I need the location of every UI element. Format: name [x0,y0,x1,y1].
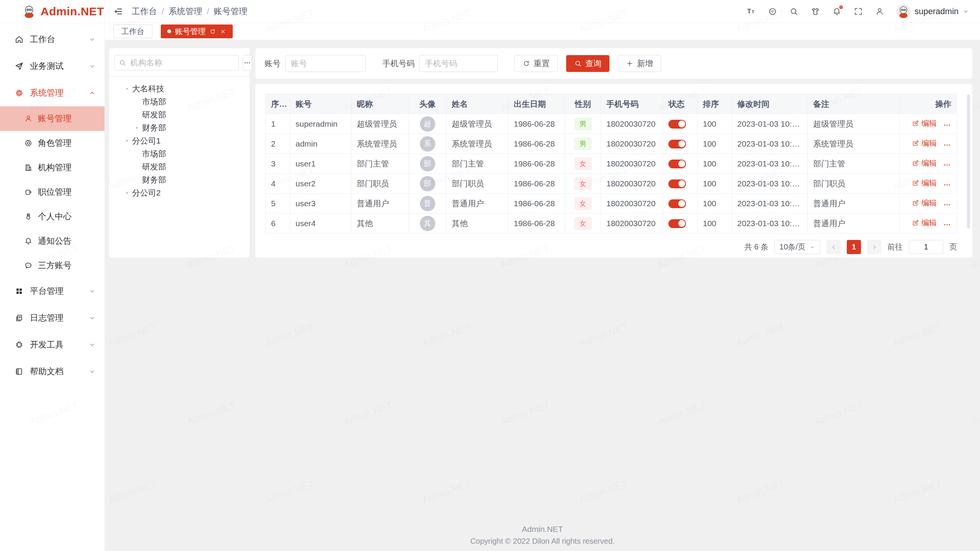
notification-icon[interactable] [832,7,842,16]
user-menu[interactable]: superadmin [896,4,969,19]
sidebar-item-5[interactable]: 日志管理 [0,305,105,331]
birth-cell: 1986-06-28 [508,214,565,233]
tree-arrow-placeholder [134,163,140,170]
more-actions-button[interactable] [943,181,951,189]
tree-more-button[interactable] [243,55,252,70]
triangle-down-icon[interactable] [124,137,131,144]
collapse-menu-icon[interactable] [113,7,123,16]
search-button[interactable]: 查询 [566,55,609,72]
avatar-cell: 其 [409,214,446,233]
tree-node-财务部[interactable]: 财务部 [114,121,244,134]
status-toggle[interactable] [668,140,686,148]
logo[interactable]: Admin.NET [0,0,105,23]
edit-button[interactable]: 编辑 [912,138,937,148]
phone-cell: 18020030720 [601,194,663,214]
phone-cell: 18020030720 [601,214,663,233]
more-actions-button[interactable] [943,141,951,149]
sidebar-item-1[interactable]: 工作台 [0,26,105,53]
status-toggle[interactable] [668,120,686,129]
edit-button[interactable]: 编辑 [912,118,937,129]
phone-cell: 18020030720 [601,154,663,174]
more-actions-button[interactable] [943,121,951,129]
tab-账号管理[interactable]: 账号管理 [161,24,233,38]
triangle-right-icon[interactable] [134,124,140,131]
status-toggle[interactable] [668,199,686,208]
status-toggle[interactable] [668,160,686,168]
tree-node-分公司2[interactable]: 分公司2 [114,186,244,199]
tree-node-研发部[interactable]: 研发部 [114,160,244,173]
goto-page-input[interactable] [909,240,943,254]
sidebar-item-label: 工作台 [30,34,88,45]
sidebar-subitem-机构管理[interactable]: 机构管理 [0,155,105,180]
search-icon [119,59,126,67]
tree-node-财务部[interactable]: 财务部 [114,173,244,186]
breadcrumb-item[interactable]: 账号管理 [214,6,247,17]
language-icon[interactable]: 中 [768,7,777,16]
sidebar-subitem-职位管理[interactable]: 职位管理 [0,180,105,204]
sidebar-subitem-三方账号[interactable]: 三方账号 [0,253,105,278]
tab-工作台[interactable]: 工作台 [113,24,152,38]
search-icon[interactable] [789,7,799,16]
account-cell: user4 [290,214,351,233]
sidebar-item-3[interactable]: 系统管理 [0,80,105,106]
sidebar-subitem-角色管理[interactable]: 角色管理 [0,131,105,155]
notification-badge [839,5,843,9]
table-row: 5user3普通用户普普通用户1986-06-28女18020030720100… [266,194,957,214]
edit-button[interactable]: 编辑 [912,158,937,168]
triangle-down-icon[interactable] [124,85,131,92]
sidebar-item-6[interactable]: 开发工具 [0,331,105,358]
font-size-icon[interactable]: TT [746,7,756,16]
status-toggle[interactable] [668,179,686,188]
status-toggle[interactable] [668,219,686,228]
breadcrumb-item[interactable]: 系统管理 [168,6,202,17]
sidebar-item-7[interactable]: 帮助文档 [0,358,105,385]
tree-node-分公司1[interactable]: 分公司1 [114,134,244,147]
name-cell: 其他 [446,214,508,233]
user-icon[interactable] [875,7,885,16]
page-size-select[interactable]: 10条/页 [774,240,820,254]
query-bar: 账号 手机号码 重置 查询 [255,48,972,79]
breadcrumb: 工作台 / 系统管理 / 账号管理 [132,6,247,17]
close-icon[interactable] [220,28,226,35]
nickname-cell: 部门职员 [351,174,409,194]
sidebar-item-4[interactable]: 平台管理 [0,278,105,305]
nickname-cell: 普通用户 [351,194,409,214]
more-actions-button[interactable] [943,220,951,229]
edit-button[interactable]: 编辑 [912,178,937,188]
tree-node-研发部[interactable]: 研发部 [114,108,244,121]
phone-input[interactable] [419,55,498,72]
triangle-right-icon[interactable] [124,189,131,196]
account-input[interactable] [285,55,366,72]
operations-cell: 编辑 [900,194,957,214]
reset-button[interactable]: 重置 [514,55,558,72]
status-cell [663,194,697,214]
tree-node-市场部[interactable]: 市场部 [114,147,244,160]
next-page-button[interactable] [867,240,881,254]
more-actions-button[interactable] [943,161,951,169]
breadcrumb-item[interactable]: 工作台 [132,6,157,17]
refresh-icon[interactable] [209,28,216,35]
page-number-current[interactable]: 1 [847,240,861,254]
phone-cell: 18020030720 [601,174,663,194]
edit-button[interactable]: 编辑 [912,198,937,208]
fullscreen-icon[interactable] [853,7,863,16]
add-button[interactable]: 新增 [618,55,661,72]
sidebar-subitem-个人中心[interactable]: 个人中心 [0,204,105,229]
more-actions-button[interactable] [943,201,951,209]
tree-node-市场部[interactable]: 市场部 [114,95,244,108]
sidebar-subitem-账号管理[interactable]: 账号管理 [0,106,105,131]
home-icon [15,35,24,44]
tree-node-label: 研发部 [142,109,166,120]
nickname-cell: 系统管理员 [351,134,409,154]
tree-node-大名科技[interactable]: 大名科技 [114,82,244,95]
edit-button[interactable]: 编辑 [912,218,937,228]
prev-page-button[interactable] [826,240,841,254]
total-count: 共 6 条 [745,242,768,252]
sidebar-subitem-label: 通知公告 [38,235,96,247]
sidebar-subitem-通知公告[interactable]: 通知公告 [0,229,105,253]
theme-icon[interactable] [810,7,820,16]
table-scrollbar[interactable] [967,95,970,228]
sex-cell: 男 [565,134,601,154]
org-search-input[interactable] [129,58,235,68]
sidebar-item-2[interactable]: 业务测试 [0,53,105,80]
